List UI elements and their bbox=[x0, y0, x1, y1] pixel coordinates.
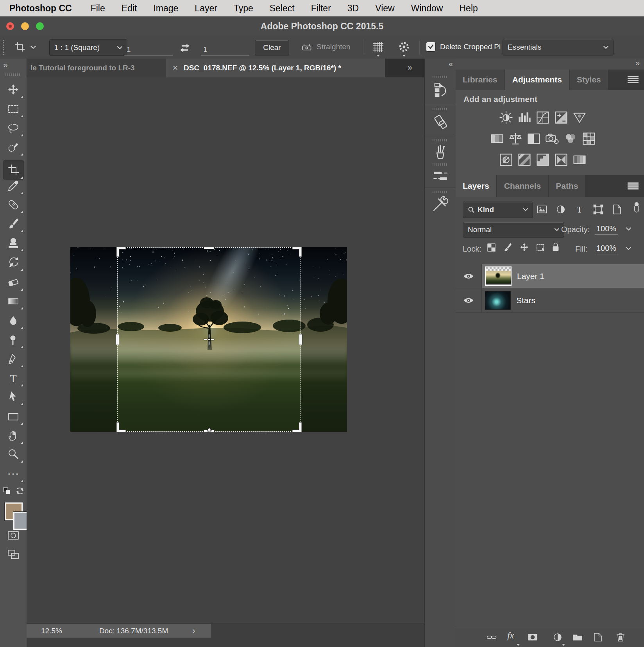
tab-overflow-icon[interactable]: » bbox=[408, 63, 411, 72]
channel-mixer-icon[interactable] bbox=[563, 131, 578, 146]
selective-color-icon[interactable] bbox=[554, 152, 569, 167]
tab-layers[interactable]: Layers bbox=[456, 175, 496, 197]
menu-item-window[interactable]: Window bbox=[403, 3, 451, 14]
layer-name[interactable]: Layer 1 bbox=[517, 272, 544, 281]
pen-tool[interactable] bbox=[7, 352, 20, 366]
expand-panels-icon[interactable]: « bbox=[449, 59, 452, 68]
layer-row-stars[interactable]: Stars bbox=[456, 288, 644, 313]
filter-adjustment-layers-icon[interactable] bbox=[555, 204, 567, 215]
crop-corner-handle-bottom-left[interactable] bbox=[116, 421, 127, 432]
crop-handle-left[interactable] bbox=[116, 334, 119, 345]
crop-handle-right[interactable] bbox=[299, 334, 302, 345]
crop-corner-handle-top-right[interactable] bbox=[291, 247, 302, 258]
eye-icon[interactable] bbox=[463, 272, 474, 281]
panel-menu-icon[interactable] bbox=[628, 76, 639, 83]
history-panel-icon[interactable] bbox=[432, 81, 449, 98]
quick-selection-tool[interactable] bbox=[7, 141, 20, 154]
crop-tool-selected[interactable] bbox=[3, 160, 24, 180]
opacity-value[interactable]: 100% bbox=[595, 224, 618, 235]
brightness-contrast-icon[interactable] bbox=[499, 110, 513, 125]
crop-width-input[interactable]: 1 bbox=[124, 41, 173, 56]
new-layer-icon[interactable] bbox=[592, 632, 603, 643]
document-tab-background[interactable]: le Tutorial foreground to LR-3 bbox=[27, 59, 169, 77]
layer-style-fx-icon[interactable]: fx bbox=[507, 630, 518, 641]
panel-grip[interactable] bbox=[433, 108, 448, 110]
close-tab-icon[interactable]: ✕ bbox=[166, 64, 184, 72]
crop-overlay-grid-icon[interactable] bbox=[372, 41, 385, 53]
exposure-icon[interactable] bbox=[554, 110, 569, 125]
lock-position-icon[interactable] bbox=[519, 242, 530, 253]
invert-icon[interactable] bbox=[499, 152, 513, 167]
panel-grip[interactable] bbox=[433, 191, 448, 193]
swap-colors-icon[interactable] bbox=[15, 486, 25, 496]
blend-mode-select[interactable]: Normal bbox=[463, 222, 564, 238]
quick-mask-icon[interactable] bbox=[7, 529, 20, 542]
levels-icon[interactable] bbox=[517, 110, 532, 125]
crop-height-input[interactable]: 1 bbox=[201, 41, 249, 56]
menu-item-file[interactable]: File bbox=[82, 3, 113, 14]
delete-layer-trash-icon[interactable] bbox=[615, 632, 626, 643]
tab-channels[interactable]: Channels bbox=[497, 175, 548, 197]
menu-item-help[interactable]: Help bbox=[451, 3, 486, 14]
menu-item-type[interactable]: Type bbox=[225, 3, 261, 14]
layer-row-body[interactable]: Layer 1 bbox=[482, 264, 644, 288]
crop-corner-handle-bottom-right[interactable] bbox=[291, 421, 302, 432]
posterize-icon[interactable] bbox=[517, 152, 532, 167]
clear-button[interactable]: Clear bbox=[255, 40, 289, 55]
lock-transparency-icon[interactable] bbox=[486, 242, 497, 253]
clone-source-panel-icon[interactable] bbox=[432, 113, 449, 130]
blur-tool[interactable] bbox=[7, 314, 20, 327]
fill-chevron-icon[interactable] bbox=[626, 247, 631, 250]
filter-smart-object-icon[interactable] bbox=[611, 204, 623, 215]
toolbar-overflow-icon[interactable]: » bbox=[3, 60, 7, 70]
crop-corner-handle-top-left[interactable] bbox=[116, 247, 127, 258]
black-white-icon[interactable] bbox=[526, 131, 541, 146]
zoom-level[interactable]: 12.5% bbox=[41, 627, 62, 635]
status-chevron-icon[interactable]: › bbox=[192, 626, 195, 636]
move-tool[interactable] bbox=[7, 83, 20, 97]
brush-presets-panel-icon[interactable] bbox=[432, 144, 449, 161]
crop-ratio-select[interactable]: 1 : 1 (Square) bbox=[49, 39, 127, 56]
photo-filter-icon[interactable] bbox=[545, 131, 560, 146]
zoom-tool[interactable] bbox=[7, 448, 20, 461]
menu-item-view[interactable]: View bbox=[367, 3, 402, 14]
toolbar-ellipsis[interactable]: • • • bbox=[7, 467, 20, 481]
swap-width-height-icon[interactable] bbox=[179, 42, 191, 53]
brush-tool[interactable] bbox=[7, 217, 20, 231]
tab-paths[interactable]: Paths bbox=[549, 175, 585, 197]
menu-item-select[interactable]: Select bbox=[261, 3, 303, 14]
filter-shape-layers-icon[interactable] bbox=[592, 204, 604, 215]
crop-handle-top[interactable] bbox=[204, 247, 215, 249]
panel-grip[interactable] bbox=[433, 163, 448, 166]
eye-icon[interactable] bbox=[463, 296, 474, 305]
path-selection-tool[interactable] bbox=[7, 390, 20, 404]
layer-visibility-cell[interactable] bbox=[456, 264, 482, 288]
filter-pixel-layers-icon[interactable] bbox=[536, 204, 548, 215]
screen-mode-icon[interactable] bbox=[7, 548, 20, 561]
tools-panel-icon[interactable] bbox=[432, 195, 449, 213]
spot-healing-brush-tool[interactable] bbox=[7, 198, 20, 211]
vibrance-icon[interactable] bbox=[572, 110, 587, 125]
panel-grip[interactable] bbox=[433, 139, 448, 141]
straighten-icon[interactable] bbox=[301, 41, 313, 53]
hue-saturation-icon[interactable] bbox=[490, 131, 504, 146]
clone-stamp-tool[interactable] bbox=[7, 236, 20, 250]
type-tool[interactable]: T bbox=[7, 372, 20, 385]
lock-artboard-icon[interactable] bbox=[535, 242, 546, 253]
layer-row-layer1[interactable]: Layer 1 bbox=[456, 264, 644, 288]
menu-item-layer[interactable]: Layer bbox=[186, 3, 225, 14]
layer-filter-kind-select[interactable]: Kind bbox=[463, 202, 533, 218]
tool-presets-panel-icon[interactable] bbox=[432, 167, 449, 184]
new-adjustment-layer-icon[interactable] bbox=[552, 632, 563, 643]
straighten-label[interactable]: Straighten bbox=[317, 43, 351, 51]
lasso-tool[interactable] bbox=[7, 122, 20, 135]
layer-name[interactable]: Stars bbox=[516, 296, 535, 305]
color-lookup-icon[interactable] bbox=[581, 131, 596, 146]
curves-icon[interactable] bbox=[535, 110, 550, 125]
options-bar-grip[interactable] bbox=[3, 40, 4, 55]
layers-panel-menu-icon[interactable] bbox=[628, 182, 639, 189]
layer-thumbnail[interactable] bbox=[485, 291, 511, 310]
collapse-panels-icon[interactable]: » bbox=[635, 59, 639, 68]
hand-tool[interactable] bbox=[7, 429, 20, 442]
document-tab-active[interactable]: ✕ DSC_0178.NEF @ 12.5% (Layer 1, RGB/16*… bbox=[166, 59, 385, 77]
